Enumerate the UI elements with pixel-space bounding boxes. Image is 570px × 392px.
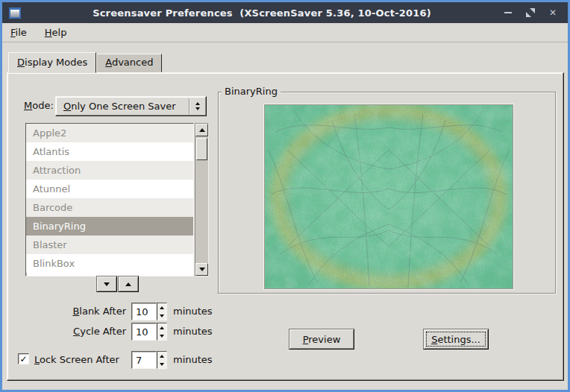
menu-file[interactable]: File	[10, 27, 27, 38]
window-controls: ✕	[503, 7, 561, 18]
blank-after-input[interactable]	[131, 303, 157, 320]
spin-up-button[interactable]	[157, 352, 166, 360]
list-item[interactable]: BinaryRing	[26, 217, 193, 235]
blank-after-spinner	[131, 303, 167, 320]
cycle-after-unit: minutes	[173, 326, 213, 337]
lock-screen-input[interactable]	[131, 351, 157, 369]
cycle-after-label: Cycle After	[15, 326, 126, 337]
blank-after-arrows	[157, 303, 167, 320]
lock-screen-arrows	[157, 351, 167, 369]
close-icon: ✕	[549, 8, 557, 17]
cycle-after-spinner	[131, 323, 167, 341]
cycle-after-arrows	[157, 323, 167, 341]
spin-down-button[interactable]	[157, 332, 166, 340]
arrow-down-icon	[199, 268, 205, 271]
app-window-icon	[9, 7, 21, 19]
arrow-up-icon	[199, 128, 205, 132]
xscreensaver-window: Screensaver Preferences (XScreenSaver 5.…	[0, 0, 570, 392]
tab-display-modes[interactable]: Display Modes	[8, 52, 96, 73]
arrow-down-icon	[104, 282, 110, 286]
blank-after-unit: minutes	[173, 306, 213, 317]
cycle-after-input[interactable]	[131, 323, 157, 341]
list-item[interactable]: BlinkBox	[26, 254, 193, 273]
lock-screen-spinner	[131, 351, 167, 369]
preview-frame-title: BinaryRing	[222, 86, 281, 97]
preview-frame: BinaryRing	[218, 92, 556, 294]
scrollbar-trough[interactable]	[195, 162, 208, 263]
checkmark-icon: ✓	[19, 355, 27, 364]
list-item[interactable]: Blaster	[26, 235, 193, 254]
scrollbar-up-button[interactable]	[195, 124, 208, 136]
arrow-up-icon	[160, 306, 164, 309]
lock-screen-checkbox[interactable]: ✓	[18, 353, 29, 364]
list-item[interactable]: Barcode	[26, 198, 193, 217]
move-up-button[interactable]	[118, 276, 139, 292]
minimize-button[interactable]	[503, 7, 513, 18]
list-item[interactable]: Atlantis	[26, 142, 193, 161]
list-item[interactable]: Attraction	[26, 161, 193, 180]
titlebar: Screensaver Preferences (XScreenSaver 5.…	[2, 2, 568, 23]
menu-help[interactable]: Help	[45, 27, 67, 38]
lock-screen-label: Lock Screen After	[34, 354, 119, 365]
list-item[interactable]: Atunnel	[26, 180, 193, 198]
preview-image	[264, 104, 513, 289]
spin-down-button[interactable]	[157, 312, 166, 320]
arrow-down-icon	[160, 314, 164, 317]
spin-up-button[interactable]	[157, 303, 166, 312]
menubar: File Help	[2, 23, 568, 42]
screensaver-list[interactable]: Apple2AtlantisAttractionAtunnelBarcodeBi…	[25, 123, 194, 276]
minimize-icon	[504, 12, 512, 13]
arrow-down-icon	[160, 363, 164, 366]
blank-after-label: Blank After	[15, 306, 126, 317]
spin-up-button[interactable]	[157, 323, 166, 332]
maximize-icon	[526, 8, 535, 17]
tab-advanced[interactable]: Advanced	[96, 54, 162, 72]
maximize-button[interactable]	[525, 7, 536, 18]
arrow-up-icon	[160, 355, 164, 358]
close-button[interactable]: ✕	[548, 7, 558, 18]
scrollbar-thumb[interactable]	[196, 138, 207, 160]
preview-button[interactable]: Preview	[289, 329, 354, 350]
mode-label: Mode:	[24, 100, 54, 111]
mode-dropdown-value: Only One Screen Saver	[56, 101, 189, 112]
arrow-down-icon	[195, 107, 200, 110]
arrow-up-icon	[125, 282, 131, 286]
list-item[interactable]: Apple2	[26, 124, 193, 142]
spin-down-button[interactable]	[157, 360, 166, 368]
dropdown-arrows-icon	[190, 102, 206, 110]
scrollbar-down-button[interactable]	[195, 263, 208, 276]
dialog-body: Display Modes Advanced Mode: Only One Sc…	[2, 42, 568, 389]
tab-bar: Display Modes Advanced	[8, 52, 162, 72]
lock-screen-unit: minutes	[173, 354, 213, 365]
settings-button[interactable]: Settings...	[423, 329, 489, 350]
mode-dropdown[interactable]: Only One Screen Saver	[55, 96, 207, 116]
move-down-button[interactable]	[96, 276, 117, 292]
arrow-up-icon	[160, 326, 164, 329]
list-scrollbar[interactable]	[195, 123, 209, 276]
arrow-down-icon	[160, 335, 164, 338]
arrow-up-icon	[195, 102, 200, 105]
window-title: Screensaver Preferences (XScreenSaver 5.…	[21, 7, 503, 19]
display-modes-panel: Mode: Only One Screen Saver Apple2Atlant…	[7, 72, 564, 381]
